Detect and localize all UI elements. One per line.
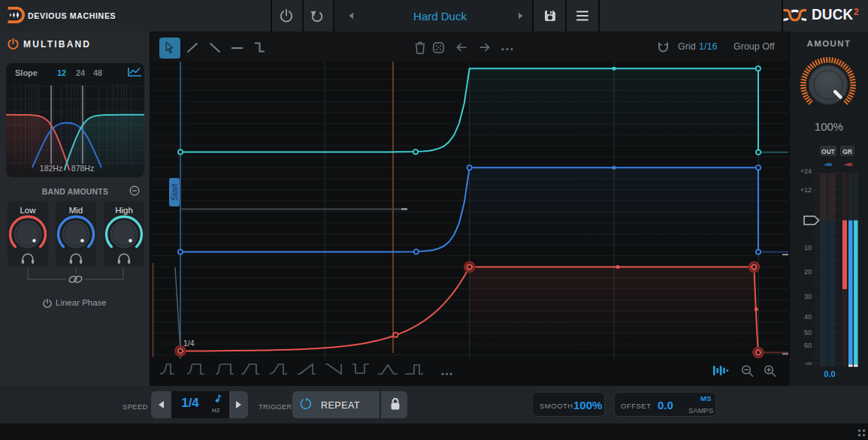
- svg-text:10: 10: [804, 244, 812, 252]
- svg-text:OUT: OUT: [821, 148, 836, 155]
- svg-text:0.0: 0.0: [824, 369, 835, 378]
- svg-text:-∞: -∞: [805, 360, 812, 367]
- svg-text:60: 60: [804, 342, 812, 349]
- svg-text:+24: +24: [800, 167, 812, 175]
- svg-text:24: 24: [76, 68, 86, 77]
- svg-text:50: 50: [804, 329, 812, 336]
- svg-text:GR: GR: [842, 148, 852, 155]
- svg-text:1/4: 1/4: [183, 339, 195, 348]
- svg-text:878Hz: 878Hz: [71, 164, 94, 173]
- svg-text:40: 40: [804, 313, 812, 321]
- svg-text:48: 48: [93, 68, 102, 77]
- svg-text:12: 12: [57, 68, 66, 77]
- svg-text:-∞: -∞: [824, 160, 832, 168]
- svg-text:182Hz: 182Hz: [40, 164, 62, 173]
- svg-text:-∞: -∞: [845, 160, 852, 168]
- svg-text:+12: +12: [800, 186, 812, 194]
- svg-text:Slope: Slope: [15, 68, 38, 77]
- svg-text:20: 20: [804, 268, 812, 276]
- svg-text:30: 30: [804, 293, 812, 300]
